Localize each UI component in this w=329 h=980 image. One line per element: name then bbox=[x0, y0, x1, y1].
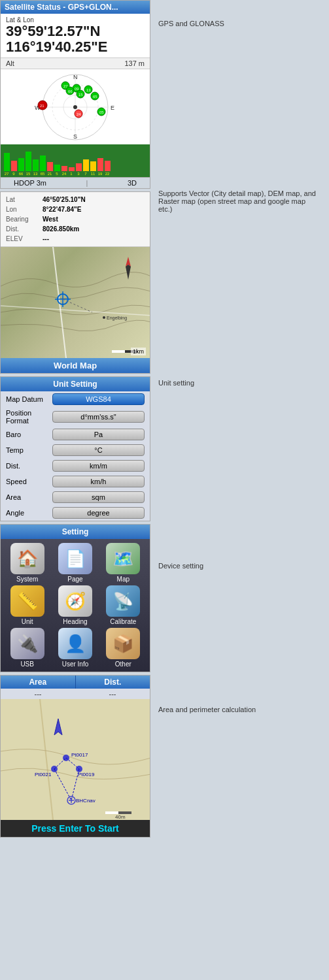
dist-value: 8026.850km bbox=[43, 224, 79, 234]
lon-value: 116°19'40.25"E bbox=[6, 39, 145, 55]
svg-line-29 bbox=[1, 306, 150, 316]
satellite-panel: Satellite Status - GPS+GLON... Lat & Lon… bbox=[0, 0, 150, 189]
unit-value-btn[interactable]: Pa bbox=[52, 429, 145, 440]
setting-item-map[interactable]: 🗺️Map bbox=[101, 543, 146, 583]
area-col1: Area bbox=[1, 676, 76, 689]
userinfo-icon: 👤 bbox=[58, 628, 92, 659]
area-val1: --- bbox=[1, 690, 75, 698]
hdop-label: HDOP 3m bbox=[14, 179, 46, 187]
alt-label: Alt bbox=[6, 59, 14, 67]
unit-key-label: Area bbox=[6, 493, 48, 501]
setting-item-label-map: Map bbox=[117, 576, 130, 583]
setting-item-userinfo[interactable]: 👤User Info bbox=[52, 628, 97, 668]
svg-text:09: 09 bbox=[75, 87, 79, 91]
hdop-row: HDOP 3m | 3D bbox=[1, 177, 150, 188]
dist-key: Dist. bbox=[6, 224, 39, 234]
svg-text:Engelbing: Engelbing bbox=[107, 316, 127, 321]
compass-display: N S W E 27 09 66 15 13 65 bbox=[1, 69, 150, 144]
map-image[interactable]: Engelbing 1km bbox=[1, 247, 150, 358]
usb-icon: 🔌 bbox=[10, 628, 44, 659]
setting-panel: Setting 🏠System📄Page🗺️Map📏Unit🧭Heading📡C… bbox=[0, 524, 150, 672]
setting-item-label-system: System bbox=[16, 576, 38, 583]
lat-map-value: 46°50'25.10"N bbox=[43, 195, 86, 204]
svg-text:S: S bbox=[73, 133, 77, 140]
map-panel: Lat 46°50'25.10"N Lon 8°22'47.84"E Beari… bbox=[0, 191, 150, 374]
heading-icon: 🧭 bbox=[58, 585, 92, 617]
lat-key: Lat bbox=[6, 195, 39, 204]
lon-key: Lon bbox=[6, 204, 39, 214]
setting-item-label-page: Page bbox=[67, 576, 82, 583]
setting-item-label-userinfo: User Info bbox=[62, 661, 89, 668]
unit-key-label: Angle bbox=[6, 509, 48, 517]
svg-text:24: 24 bbox=[77, 112, 81, 116]
unit-key-label: Speed bbox=[6, 478, 48, 485]
area-header: Area Dist. bbox=[1, 676, 150, 689]
bearing-value: West bbox=[43, 214, 58, 224]
unit-key-label: Position Format bbox=[6, 409, 48, 425]
gps-glonass-label: GPS and GLONASS bbox=[150, 7, 329, 176]
setting-grid: 🏠System📄Page🗺️Map📏Unit🧭Heading📡Calibrate… bbox=[1, 539, 150, 672]
setting-item-heading[interactable]: 🧭Heading bbox=[52, 585, 97, 625]
unit-key-label: Map Datum bbox=[6, 395, 48, 403]
device-setting-label: Device setting bbox=[150, 549, 329, 693]
setting-item-label-unit: Unit bbox=[22, 618, 33, 625]
unit-setting-title: Unit Setting bbox=[1, 377, 150, 391]
setting-item-other[interactable]: 📦Other bbox=[101, 628, 146, 668]
unit-value-btn[interactable]: degree bbox=[52, 507, 145, 519]
svg-text:13: 13 bbox=[86, 88, 91, 92]
area-map[interactable]: Pt0017 Pt0021 Pt0019 bbox=[1, 699, 150, 820]
map-icon: 🗺️ bbox=[106, 543, 140, 574]
unit-value-btn[interactable]: d°mm'ss.s" bbox=[52, 411, 145, 423]
svg-point-27 bbox=[73, 105, 77, 109]
unit-value-btn[interactable]: km/m bbox=[52, 460, 145, 472]
elev-value: --- bbox=[43, 234, 49, 244]
unit-key-label: Baro bbox=[6, 431, 48, 438]
area-col2: Dist. bbox=[76, 676, 150, 689]
alt-value: 137 m bbox=[124, 59, 145, 67]
svg-text:Pt0021: Pt0021 bbox=[35, 772, 52, 777]
svg-text:05: 05 bbox=[99, 110, 104, 114]
unit-setting-panel: Unit Setting Map DatumWGS84Position Form… bbox=[0, 376, 150, 521]
setting-item-label-heading: Heading bbox=[63, 618, 87, 625]
unit-row[interactable]: BaroPa bbox=[1, 427, 150, 442]
map-footer: World Map bbox=[1, 358, 150, 373]
svg-text:N: N bbox=[73, 74, 78, 80]
svg-text:21: 21 bbox=[40, 104, 44, 108]
unit-row[interactable]: Areasqm bbox=[1, 489, 150, 505]
svg-point-30 bbox=[103, 316, 105, 319]
bearing-key: Bearing bbox=[6, 214, 39, 224]
system-icon: 🏠 bbox=[10, 543, 44, 574]
setting-item-usb[interactable]: 🔌USB bbox=[5, 628, 50, 668]
svg-text:40m: 40m bbox=[115, 814, 126, 820]
unit-row[interactable]: Angledegree bbox=[1, 505, 150, 521]
area-perimeter-label: Area and perimeter calculation bbox=[150, 693, 329, 862]
calibrate-icon: 📡 bbox=[106, 585, 140, 617]
unit-row[interactable]: Temp°C bbox=[1, 442, 150, 458]
setting-item-label-other: Other bbox=[115, 661, 131, 668]
setting-item-unit[interactable]: 📏Unit bbox=[5, 585, 50, 625]
unit-value-btn[interactable]: WGS84 bbox=[52, 393, 145, 405]
unit-value-btn[interactable]: km/h bbox=[52, 476, 145, 487]
area-footer[interactable]: Press Enter To Start bbox=[1, 820, 150, 837]
unit-row[interactable]: Position Formatd°mm'ss.s" bbox=[1, 407, 150, 427]
satellite-title: Satellite Status - GPS+GLON... bbox=[1, 1, 150, 14]
svg-text:Pt0017: Pt0017 bbox=[71, 752, 88, 758]
lon-map-value: 8°22'47.84"E bbox=[43, 204, 82, 214]
other-icon: 📦 bbox=[106, 628, 140, 659]
unit-value-btn[interactable]: sqm bbox=[52, 491, 145, 503]
fix-label: 3D bbox=[128, 179, 137, 187]
area-values: --- --- bbox=[1, 689, 150, 699]
setting-item-system[interactable]: 🏠System bbox=[5, 543, 50, 583]
area-panel: Area Dist. --- --- bbox=[0, 675, 150, 838]
unit-row[interactable]: Speedkm/h bbox=[1, 474, 150, 489]
lat-value: 39°59'12.57"N bbox=[6, 24, 145, 39]
svg-rect-39 bbox=[112, 350, 125, 353]
setting-item-calibrate[interactable]: 📡Calibrate bbox=[101, 585, 146, 625]
unit-row[interactable]: Dist.km/m bbox=[1, 458, 150, 474]
unit-row[interactable]: Map DatumWGS84 bbox=[1, 391, 150, 407]
setting-item-page[interactable]: 📄Page bbox=[52, 543, 97, 583]
unit-value-btn[interactable]: °C bbox=[52, 444, 145, 456]
area-val2: --- bbox=[75, 690, 150, 698]
map-scale: 1km bbox=[131, 348, 146, 355]
unit-key-label: Temp bbox=[6, 446, 48, 454]
